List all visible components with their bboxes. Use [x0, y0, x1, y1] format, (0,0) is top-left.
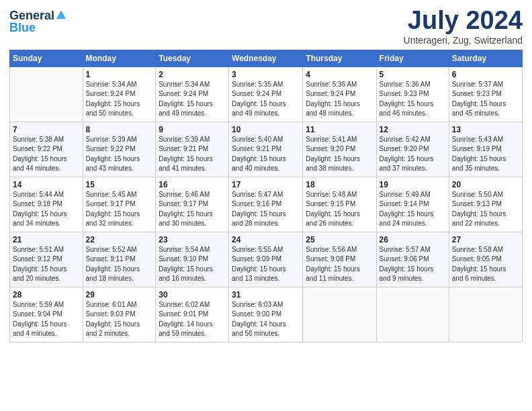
day-number: 5: [380, 70, 446, 79]
day-info: Sunrise: 5:35 AM Sunset: 9:24 PM Dayligh…: [232, 80, 300, 119]
day-number: 2: [159, 70, 226, 79]
weekday-header-tuesday: Tuesday: [156, 50, 229, 66]
day-number: 14: [13, 180, 80, 189]
calendar-cell: 7Sunrise: 5:38 AM Sunset: 9:22 PM Daylig…: [10, 122, 83, 177]
logo-icon: [55, 9, 67, 21]
calendar-cell: 27Sunrise: 5:58 AM Sunset: 9:05 PM Dayli…: [449, 232, 522, 287]
day-info: Sunrise: 5:46 AM Sunset: 9:17 PM Dayligh…: [159, 190, 226, 229]
day-number: 16: [159, 180, 226, 189]
day-info: Sunrise: 6:03 AM Sunset: 9:00 PM Dayligh…: [232, 300, 300, 339]
weekday-header-saturday: Saturday: [449, 50, 522, 66]
day-number: 11: [306, 125, 373, 134]
day-number: 12: [380, 125, 446, 134]
calendar-week-2: 7Sunrise: 5:38 AM Sunset: 9:22 PM Daylig…: [10, 122, 523, 177]
calendar-cell: 2Sunrise: 5:34 AM Sunset: 9:24 PM Daylig…: [156, 66, 229, 122]
day-number: 10: [232, 125, 300, 134]
calendar-table: SundayMondayTuesdayWednesdayThursdayFrid…: [9, 50, 523, 342]
page-container: General Blue July 2024 Unterageri, Zug, …: [0, 0, 532, 348]
day-info: Sunrise: 5:56 AM Sunset: 9:08 PM Dayligh…: [306, 245, 373, 284]
calendar-cell: 14Sunrise: 5:44 AM Sunset: 9:18 PM Dayli…: [10, 177, 83, 232]
day-info: Sunrise: 5:40 AM Sunset: 9:21 PM Dayligh…: [232, 135, 300, 174]
day-info: Sunrise: 5:45 AM Sunset: 9:17 PM Dayligh…: [86, 190, 153, 229]
day-info: Sunrise: 5:50 AM Sunset: 9:13 PM Dayligh…: [452, 190, 519, 229]
calendar-week-3: 14Sunrise: 5:44 AM Sunset: 9:18 PM Dayli…: [10, 177, 523, 232]
day-info: Sunrise: 5:36 AM Sunset: 9:24 PM Dayligh…: [306, 80, 373, 119]
calendar-cell: 8Sunrise: 5:39 AM Sunset: 9:22 PM Daylig…: [83, 122, 156, 177]
calendar-cell: 20Sunrise: 5:50 AM Sunset: 9:13 PM Dayli…: [449, 177, 522, 232]
location: Unterageri, Zug, Switzerland: [404, 35, 523, 46]
day-number: 21: [13, 235, 80, 244]
day-number: 1: [86, 70, 153, 79]
day-info: Sunrise: 5:41 AM Sunset: 9:20 PM Dayligh…: [306, 135, 373, 174]
day-info: Sunrise: 5:47 AM Sunset: 9:16 PM Dayligh…: [232, 190, 300, 229]
calendar-cell: 25Sunrise: 5:56 AM Sunset: 9:08 PM Dayli…: [303, 232, 376, 287]
day-number: 9: [159, 125, 226, 134]
day-number: 6: [452, 70, 519, 79]
day-info: Sunrise: 5:37 AM Sunset: 9:23 PM Dayligh…: [452, 80, 519, 119]
calendar-week-4: 21Sunrise: 5:51 AM Sunset: 9:12 PM Dayli…: [10, 232, 523, 287]
calendar-cell: 5Sunrise: 5:36 AM Sunset: 9:23 PM Daylig…: [376, 66, 449, 122]
calendar-cell: 15Sunrise: 5:45 AM Sunset: 9:17 PM Dayli…: [83, 177, 156, 232]
day-number: 20: [452, 180, 519, 189]
calendar-cell: 22Sunrise: 5:52 AM Sunset: 9:11 PM Dayli…: [83, 232, 156, 287]
header: General Blue July 2024 Unterageri, Zug, …: [9, 7, 523, 46]
day-number: 26: [380, 235, 446, 244]
day-number: 28: [13, 290, 80, 300]
calendar-cell: 12Sunrise: 5:42 AM Sunset: 9:20 PM Dayli…: [376, 122, 449, 177]
calendar-cell: 11Sunrise: 5:41 AM Sunset: 9:20 PM Dayli…: [303, 122, 376, 177]
day-number: 25: [306, 235, 373, 244]
calendar-cell: 21Sunrise: 5:51 AM Sunset: 9:12 PM Dayli…: [10, 232, 83, 287]
day-info: Sunrise: 5:59 AM Sunset: 9:04 PM Dayligh…: [13, 300, 80, 339]
weekday-header-monday: Monday: [83, 50, 156, 66]
day-number: 7: [13, 125, 80, 134]
calendar-cell: 4Sunrise: 5:36 AM Sunset: 9:24 PM Daylig…: [303, 66, 376, 122]
day-number: 4: [306, 70, 373, 79]
day-info: Sunrise: 5:36 AM Sunset: 9:23 PM Dayligh…: [380, 80, 446, 119]
day-info: Sunrise: 5:58 AM Sunset: 9:05 PM Dayligh…: [452, 245, 519, 284]
day-number: 29: [86, 290, 153, 300]
logo: General Blue: [9, 9, 67, 35]
calendar-cell: 31Sunrise: 6:03 AM Sunset: 9:00 PM Dayli…: [229, 287, 303, 342]
day-number: 17: [232, 180, 300, 189]
day-info: Sunrise: 5:34 AM Sunset: 9:24 PM Dayligh…: [86, 80, 153, 119]
calendar-cell: 30Sunrise: 6:02 AM Sunset: 9:01 PM Dayli…: [156, 287, 229, 342]
day-info: Sunrise: 5:42 AM Sunset: 9:20 PM Dayligh…: [380, 135, 446, 174]
day-info: Sunrise: 5:48 AM Sunset: 9:15 PM Dayligh…: [306, 190, 373, 229]
calendar-cell: 28Sunrise: 5:59 AM Sunset: 9:04 PM Dayli…: [10, 287, 83, 342]
calendar-cell: 9Sunrise: 5:39 AM Sunset: 9:21 PM Daylig…: [156, 122, 229, 177]
calendar-cell: [376, 287, 449, 342]
day-info: Sunrise: 5:49 AM Sunset: 9:14 PM Dayligh…: [380, 190, 446, 229]
day-number: 31: [232, 290, 300, 300]
day-info: Sunrise: 5:39 AM Sunset: 9:22 PM Dayligh…: [86, 135, 153, 174]
calendar-cell: 6Sunrise: 5:37 AM Sunset: 9:23 PM Daylig…: [449, 66, 522, 122]
day-number: 23: [159, 235, 226, 244]
day-info: Sunrise: 5:57 AM Sunset: 9:06 PM Dayligh…: [380, 245, 446, 284]
calendar-cell: 24Sunrise: 5:55 AM Sunset: 9:09 PM Dayli…: [229, 232, 303, 287]
day-info: Sunrise: 5:52 AM Sunset: 9:11 PM Dayligh…: [86, 245, 153, 284]
weekday-header-wednesday: Wednesday: [229, 50, 303, 66]
calendar-cell: 19Sunrise: 5:49 AM Sunset: 9:14 PM Dayli…: [376, 177, 449, 232]
day-info: Sunrise: 6:02 AM Sunset: 9:01 PM Dayligh…: [159, 300, 226, 339]
day-number: 27: [452, 235, 519, 244]
day-info: Sunrise: 5:51 AM Sunset: 9:12 PM Dayligh…: [13, 245, 80, 284]
weekday-header-sunday: Sunday: [10, 50, 83, 66]
day-number: 13: [452, 125, 519, 134]
title-area: July 2024 Unterageri, Zug, Switzerland: [404, 7, 523, 46]
day-info: Sunrise: 6:01 AM Sunset: 9:03 PM Dayligh…: [86, 300, 153, 339]
calendar-cell: 3Sunrise: 5:35 AM Sunset: 9:24 PM Daylig…: [229, 66, 303, 122]
weekday-header-friday: Friday: [376, 50, 449, 66]
calendar-cell: [10, 66, 83, 122]
day-number: 24: [232, 235, 300, 244]
day-number: 30: [159, 290, 226, 300]
weekday-header-row: SundayMondayTuesdayWednesdayThursdayFrid…: [10, 50, 523, 66]
calendar-week-5: 28Sunrise: 5:59 AM Sunset: 9:04 PM Dayli…: [10, 287, 523, 342]
day-number: 22: [86, 235, 153, 244]
day-info: Sunrise: 5:38 AM Sunset: 9:22 PM Dayligh…: [13, 135, 80, 174]
calendar-cell: 10Sunrise: 5:40 AM Sunset: 9:21 PM Dayli…: [229, 122, 303, 177]
day-number: 19: [380, 180, 446, 189]
svg-marker-0: [56, 11, 66, 19]
calendar-cell: 16Sunrise: 5:46 AM Sunset: 9:17 PM Dayli…: [156, 177, 229, 232]
day-info: Sunrise: 5:43 AM Sunset: 9:19 PM Dayligh…: [452, 135, 519, 174]
calendar-cell: 26Sunrise: 5:57 AM Sunset: 9:06 PM Dayli…: [376, 232, 449, 287]
calendar-cell: 17Sunrise: 5:47 AM Sunset: 9:16 PM Dayli…: [229, 177, 303, 232]
